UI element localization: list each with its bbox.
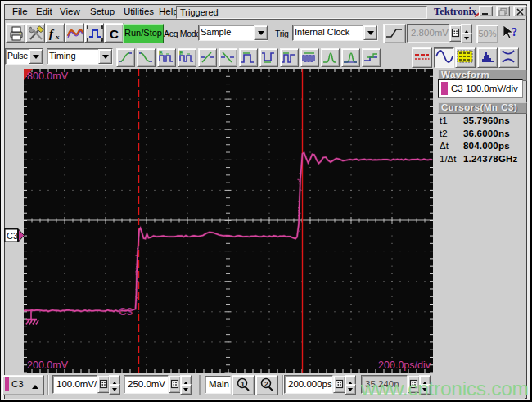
down-arrow-icon [464,37,469,43]
bottom-bar-controls: 100.0mV/250.0mVMain12200.000ps35.240n [0,0,532,402]
vertical-offset-value: 250.0mV [128,379,165,389]
keypad-icon [169,377,180,392]
vertical-offset-spinbox: 250.0mV [124,375,193,394]
vertical-offset-keypad-button[interactable] [169,376,181,393]
keypad-icon [334,377,345,392]
keypad-icon [450,25,461,41]
horizontal-scale-keypad-button[interactable] [333,376,345,393]
horizontal-scale-spinbox: 200.000ps [284,375,358,394]
timebase-view-value: Main [209,379,229,389]
vertical-scale-keypad-button[interactable] [97,376,110,393]
down-arrow-icon [183,388,188,394]
mag2-button[interactable]: 2 [255,375,278,395]
horizontal-scale-decrement-button[interactable] [345,384,356,395]
bottom-bar-separator [199,375,201,395]
horizontal-scale-value: 200.000ps [288,379,332,389]
vertical-scale-value: 100.0mV/ [56,379,97,389]
trigger-level-spinbox: 2.800mV [407,24,474,43]
down-arrow-icon [112,388,117,394]
vertical-scale-spinbox: 100.0mV/ [52,375,122,394]
magnifier-2-icon: 2 [256,376,277,395]
vertical-scale-field[interactable]: 100.0mV/ [52,375,97,394]
oscilloscope-application-window: FileEditViewSetupUtilitiesHelp Triggered… [0,0,532,402]
bottom-bar-separator [282,375,283,395]
trigger-level-value: 2.800mV [411,28,449,38]
trigger-level-field[interactable]: 2.800mV [407,24,449,43]
down-arrow-icon [348,388,353,394]
vertical-offset-field[interactable]: 250.0mV [124,375,169,394]
mag1-button[interactable]: 1 [232,375,255,395]
keypad-icon [98,377,109,392]
vertical-offset-decrement-button[interactable] [180,384,192,395]
svg-text:2: 2 [264,380,268,388]
vertical-scale-decrement-button[interactable] [109,384,120,395]
trigger-level-decrement-button[interactable] [461,33,472,43]
trigger-level-keypad-button[interactable] [449,25,462,42]
horizontal-scale-field[interactable]: 200.000ps [284,375,333,394]
bottom-bar-separator [47,375,48,395]
magnifier-1-icon: 1 [232,376,254,395]
timebase-view-field[interactable]: Main [205,376,231,394]
svg-text:1: 1 [241,380,245,388]
channel-position-marker[interactable]: C3 [4,228,24,242]
watermark-text: www.cntronics.com [361,377,532,400]
channel-marker-text: C3 [7,231,18,241]
